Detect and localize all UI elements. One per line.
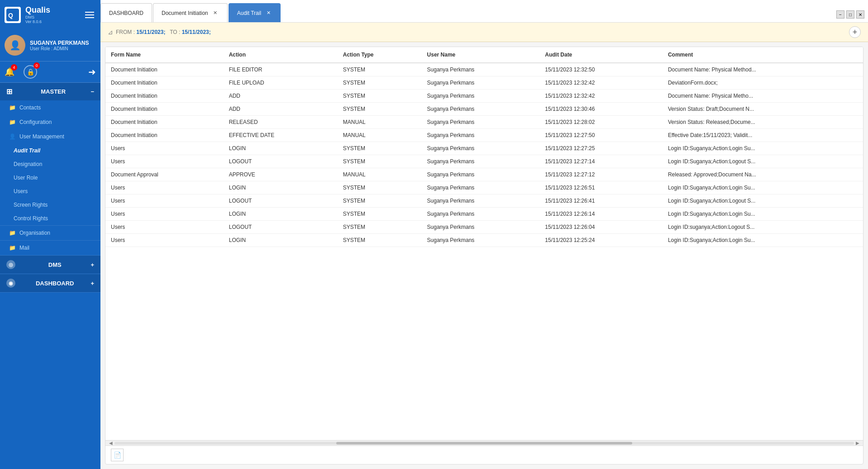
tab-dashboard[interactable]: DASHBOARD [100, 3, 152, 22]
cell-form-name: Document Initiation [105, 76, 224, 90]
cell-audit-date: 15/11/2023 12:26:51 [539, 181, 663, 194]
sidebar-subitem-control-rights[interactable]: Control Rights [0, 212, 100, 225]
close-button[interactable]: ✕ [856, 10, 864, 19]
scrollbar-track [114, 442, 854, 445]
cell-action-type: SYSTEM [338, 208, 422, 221]
lock-icon-btn[interactable]: 🔒 0 [24, 65, 37, 79]
cell-form-name: Document Initiation [105, 103, 224, 116]
cell-form-name: Users [105, 142, 224, 155]
table-scroll-area[interactable]: Form Name Action Action Type User Name A… [105, 47, 863, 440]
cell-action-type: SYSTEM [338, 221, 422, 234]
cell-comment: Document Name: Physical Method... [663, 63, 863, 76]
col-comment: Comment [663, 47, 863, 63]
main-content: DASHBOARD Document Initiation ✕ Audit Tr… [100, 0, 868, 469]
master-header[interactable]: ⊞ MASTER − [0, 83, 100, 100]
hamburger-line [85, 17, 94, 18]
app-name: Qualis [25, 5, 50, 15]
cell-user-name: Suganya Perkmans [422, 142, 540, 155]
audit-trail-label: Audit Trail [14, 147, 40, 154]
dms-header[interactable]: ◎ DMS + [0, 256, 100, 274]
sidebar-subitem-screen-rights[interactable]: Screen Rights [0, 198, 100, 212]
filter-info: ⊿ FROM : 15/11/2023; TO : 15/11/2023; [108, 28, 211, 36]
tab-audit-trail[interactable]: Audit Trail ✕ [229, 3, 281, 22]
export-button[interactable]: 📄 [111, 449, 124, 461]
horizontal-scrollbar[interactable]: ◀ ▶ [105, 440, 863, 445]
cell-audit-date: 15/11/2023 12:27:25 [539, 142, 663, 155]
maximize-button[interactable]: □ [846, 10, 854, 19]
col-form-name: Form Name [105, 47, 224, 63]
sidebar-item-configuration[interactable]: 📁 Configuration [0, 115, 100, 129]
table-row: Document Initiation FILE EDITOR SYSTEM S… [105, 63, 863, 76]
cell-user-name: Suganya Perkmans [422, 103, 540, 116]
cell-user-name: Suganya Perkmans [422, 208, 540, 221]
cell-form-name: Users [105, 194, 224, 208]
tab-doc-init[interactable]: Document Initiation ✕ [153, 3, 228, 22]
col-user-name: User Name [422, 47, 540, 63]
cell-audit-date: 15/11/2023 12:25:24 [539, 234, 663, 247]
sidebar-item-organisation[interactable]: 📁 Organisation [0, 226, 100, 240]
cell-action-type: SYSTEM [338, 103, 422, 116]
sidebar-subitem-users[interactable]: Users [0, 185, 100, 198]
cell-action-type: SYSTEM [338, 90, 422, 103]
cell-action-type: SYSTEM [338, 76, 422, 90]
sidebar-subitem-audit-trail[interactable]: Audit Trail [0, 144, 100, 157]
sidebar-item-mail[interactable]: 📁 Mail [0, 241, 100, 255]
audit-trail-table-container: Form Name Action Action Type User Name A… [105, 47, 863, 464]
sidebar-subitem-designation[interactable]: Designation [0, 157, 100, 171]
tab-doc-init-label: Document Initiation [162, 10, 208, 16]
cell-comment: Login ID:Suganya;Action:Login Su... [663, 234, 863, 247]
hamburger-button[interactable] [83, 10, 96, 20]
mail-icon: 📁 [9, 245, 16, 251]
add-filter-button[interactable]: + [849, 26, 861, 38]
sidebar-item-contacts[interactable]: 📁 Contacts [0, 100, 100, 115]
tab-doc-init-close[interactable]: ✕ [212, 9, 219, 17]
table-row: Users LOGIN SYSTEM Suganya Perkmans 15/1… [105, 234, 863, 247]
dashboard-nav-header[interactable]: ◉ DASHBOARD + [0, 274, 100, 292]
filter-text: FROM : 15/11/2023; TO : 15/11/2023; [116, 29, 211, 35]
cell-form-name: Document Initiation [105, 63, 224, 76]
logout-btn[interactable]: ➜ [88, 66, 96, 77]
cell-comment: DeviationForm.docx; [663, 76, 863, 90]
table-row: Document Initiation FILE UPLOAD SYSTEM S… [105, 76, 863, 90]
sidebar-item-user-management[interactable]: 👤 User Management [0, 129, 100, 144]
cell-action: APPROVE [224, 168, 338, 181]
cell-comment: Login ID:Suganya;Action:Logout S... [663, 194, 863, 208]
notification-bell[interactable]: 🔔 4 [5, 67, 14, 77]
cell-form-name: Document Initiation [105, 129, 224, 142]
minimize-button[interactable]: − [836, 10, 844, 19]
app-logo: Q [5, 7, 21, 23]
cell-comment: Effective Date:15/11/2023; Validit... [663, 129, 863, 142]
sidebar-subitem-user-role[interactable]: User Role [0, 171, 100, 185]
cell-user-name: Suganya Perkmans [422, 181, 540, 194]
table-row: Document Approval APPROVE MANUAL Suganya… [105, 168, 863, 181]
cell-audit-date: 15/11/2023 12:32:50 [539, 63, 663, 76]
lock-icon: 🔒 [27, 68, 34, 76]
cell-comment: Document Name: Physical Metho... [663, 90, 863, 103]
tab-audit-trail-close[interactable]: ✕ [265, 9, 272, 17]
avatar-image: 👤 [5, 35, 25, 56]
scrollbar-thumb [336, 442, 632, 445]
screen-rights-label: Screen Rights [14, 202, 48, 208]
dashboard-nav-group: ◉ DASHBOARD + [0, 274, 100, 293]
tab-audit-trail-label: Audit Trail [237, 10, 261, 16]
scroll-right-arrow[interactable]: ▶ [854, 441, 861, 445]
scroll-left-arrow[interactable]: ◀ [107, 441, 114, 445]
cell-action: LOGIN [224, 208, 338, 221]
cell-action: EFFECTIVE DATE [224, 129, 338, 142]
cell-comment: Login ID:Suganya;Action:Logout S... [663, 155, 863, 168]
cell-audit-date: 15/11/2023 12:27:50 [539, 129, 663, 142]
filter-icon: ⊿ [108, 28, 113, 36]
cell-user-name: Suganya Perkmans [422, 129, 540, 142]
user-management-icon: 👤 [9, 133, 16, 140]
cell-action: LOGOUT [224, 194, 338, 208]
cell-comment: Login ID:Suganya;Action:Login Su... [663, 181, 863, 194]
users-label: Users [14, 188, 28, 194]
cell-user-name: Suganya Perkmans [422, 76, 540, 90]
cell-action: ADD [224, 103, 338, 116]
mail-label: Mail [19, 245, 29, 251]
col-audit-date: Audit Date [539, 47, 663, 63]
cell-user-name: Suganya Perkmans [422, 155, 540, 168]
logout-icon: ➜ [88, 66, 96, 77]
configuration-icon: 📁 [9, 119, 16, 125]
cell-comment: Login ID:suganya;Action:Logout S... [663, 221, 863, 234]
